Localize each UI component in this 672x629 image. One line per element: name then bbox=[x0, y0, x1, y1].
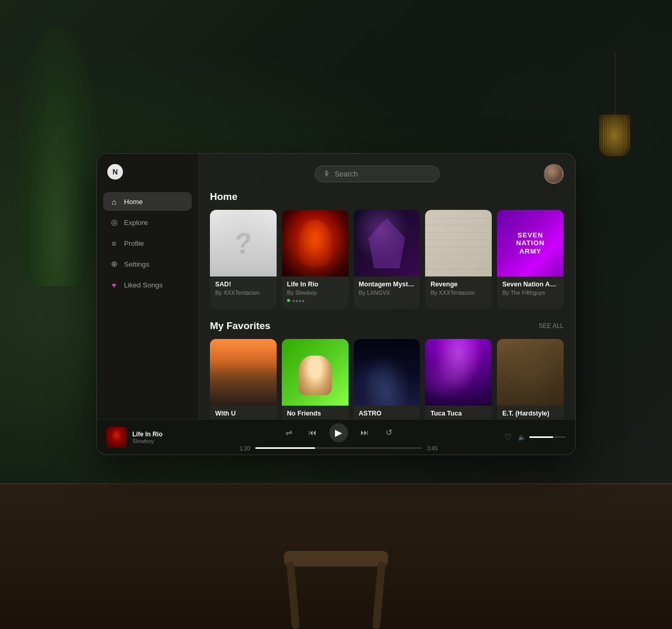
card-et[interactable]: E.T. (Hardstyle) By PHARAOH bbox=[497, 339, 564, 419]
header-row: 🎙 Search bbox=[210, 164, 564, 184]
card-title-sad: SAD! bbox=[215, 281, 271, 288]
repeat-button[interactable]: ↺ bbox=[381, 425, 396, 440]
search-icon: 🎙 bbox=[323, 170, 331, 178]
card-info-montagem: Montagem Mysterious By LXNGVX bbox=[354, 276, 420, 301]
current-time: 1:20 bbox=[240, 445, 250, 451]
sad-art-mark: ? bbox=[232, 225, 255, 261]
card-sad[interactable]: ? SAD! By XXXTentacion bbox=[210, 210, 277, 309]
tuca-inner bbox=[425, 339, 492, 406]
next-button[interactable]: ⏭ bbox=[357, 425, 372, 440]
card-art-sad: ? bbox=[210, 210, 277, 276]
card-with-u[interactable]: With U By SwuM bbox=[210, 339, 277, 419]
card-info-revenge: Revenge By XXXTentacion bbox=[425, 276, 492, 301]
card-title-revenge: Revenge bbox=[430, 281, 487, 288]
progress-fill bbox=[255, 447, 315, 449]
sidebar-item-settings[interactable]: ⊕ Settings bbox=[103, 255, 192, 273]
progress-row: 1:20 3:45 bbox=[240, 445, 438, 451]
card-seven-nation[interactable]: SEVENNATIONARMY Seven Nation Army By The… bbox=[497, 210, 564, 309]
card-montagem[interactable]: Montagem Mysterious By LXNGVX bbox=[354, 210, 420, 309]
floor bbox=[0, 483, 672, 629]
card-title-et: E.T. (Hardstyle) bbox=[502, 410, 558, 417]
revenge-papers bbox=[425, 210, 492, 276]
now-playing-title: Life In Rio bbox=[132, 431, 163, 438]
card-title-montagem: Montagem Mysterious bbox=[359, 281, 415, 288]
search-placeholder: Search bbox=[335, 170, 358, 178]
no-friends-bg bbox=[282, 339, 349, 406]
card-title-seven: Seven Nation Army bbox=[502, 281, 558, 288]
card-info-no-friends: No Friends By Cadmium bbox=[282, 406, 349, 419]
card-artist-life-rio: By Slowboy bbox=[287, 290, 343, 296]
profile-icon: ≡ bbox=[109, 238, 119, 248]
shuffle-button[interactable]: ⇌ bbox=[281, 425, 296, 440]
sidebar-item-profile[interactable]: ≡ Profile bbox=[103, 234, 192, 253]
montagem-inner bbox=[354, 210, 420, 276]
now-playing-thumbnail bbox=[106, 427, 127, 448]
sidebar-item-liked[interactable]: ♥ Liked Songs bbox=[103, 275, 192, 294]
settings-icon: ⊕ bbox=[109, 259, 119, 269]
volume-fill bbox=[529, 436, 553, 438]
app-window: N ⌂ Home ◎ Explore ≡ Profile ⊕ Settings … bbox=[96, 153, 576, 455]
sad-art-inner: ? bbox=[210, 210, 277, 276]
card-art-with-u bbox=[210, 339, 277, 406]
card-revenge[interactable]: Revenge By XXXTentacion bbox=[425, 210, 492, 309]
search-bar[interactable]: 🎙 Search bbox=[315, 166, 440, 182]
total-time: 3:45 bbox=[427, 445, 438, 451]
card-no-friends[interactable]: No Friends By Cadmium bbox=[282, 339, 349, 419]
prev-button[interactable]: ⏮ bbox=[305, 425, 320, 440]
card-artist-montagem: By LXNGVX bbox=[359, 290, 415, 296]
card-artist-seven: By The Fifthguys bbox=[502, 290, 558, 296]
astro-inner bbox=[354, 339, 420, 406]
card-info-et: E.T. (Hardstyle) By PHARAOH bbox=[497, 406, 564, 419]
fire-glow bbox=[282, 210, 349, 276]
card-artist-sad: By XXXTentacion bbox=[215, 290, 271, 296]
logo-area: N bbox=[103, 164, 192, 190]
card-tuca[interactable]: Tuca Tuca By Fyex bbox=[425, 339, 492, 419]
card-astro[interactable]: ASTRO By Slowboy bbox=[354, 339, 420, 419]
card-art-montagem bbox=[354, 210, 420, 276]
volume-icon: 🔈 bbox=[518, 433, 526, 441]
status-text: ●●●● bbox=[292, 298, 305, 304]
card-info-astro: ASTRO By Slowboy bbox=[354, 406, 420, 419]
card-art-seven: SEVENNATIONARMY bbox=[497, 210, 564, 276]
favorites-section-header: My Favorites SEE ALL bbox=[210, 320, 564, 332]
app-logo: N bbox=[107, 164, 123, 180]
floor-line bbox=[0, 483, 672, 484]
card-art-astro bbox=[354, 339, 420, 406]
like-button[interactable]: ♡ bbox=[504, 432, 512, 442]
card-title-life-rio: Life In Rio bbox=[287, 281, 343, 288]
user-avatar[interactable] bbox=[544, 164, 564, 184]
card-info-life-rio: Life In Rio By Slowboy ●●●● bbox=[282, 276, 349, 309]
home-section-title: Home bbox=[210, 191, 238, 203]
card-info-seven: Seven Nation Army By The Fifthguys bbox=[497, 276, 564, 301]
card-art-revenge bbox=[425, 210, 492, 276]
volume-section: 🔈 bbox=[518, 433, 566, 441]
play-button[interactable]: ▶ bbox=[329, 423, 348, 442]
volume-bar[interactable] bbox=[529, 436, 566, 438]
card-status-life-rio: ●●●● bbox=[287, 298, 343, 304]
card-art-life-rio bbox=[282, 210, 349, 276]
now-playing: Life In Rio Slowboy bbox=[106, 427, 195, 448]
progress-bar[interactable] bbox=[255, 447, 421, 449]
with-u-road bbox=[210, 339, 277, 406]
card-life-rio[interactable]: Life In Rio By Slowboy ●●●● bbox=[282, 210, 349, 309]
card-info-with-u: With U By SwuM bbox=[210, 406, 277, 419]
see-all-button[interactable]: SEE ALL bbox=[539, 322, 564, 330]
card-info-sad: SAD! By XXXTentacion bbox=[210, 276, 277, 301]
card-title-astro: ASTRO bbox=[359, 410, 415, 417]
player-bar: Life In Rio Slowboy ⇌ ⏮ ▶ ⏭ ↺ 1:20 3:45 … bbox=[97, 419, 575, 455]
montagem-figure bbox=[368, 218, 405, 268]
seven-text: SEVENNATIONARMY bbox=[516, 231, 545, 256]
card-art-tuca bbox=[425, 339, 492, 406]
app-main: N ⌂ Home ◎ Explore ≡ Profile ⊕ Settings … bbox=[97, 154, 575, 419]
home-section-header: Home bbox=[210, 191, 564, 203]
card-artist-revenge: By XXXTentacion bbox=[430, 290, 487, 296]
now-playing-info: Life In Rio Slowboy bbox=[132, 431, 163, 444]
sidebar-item-explore[interactable]: ◎ Explore bbox=[103, 213, 192, 232]
home-icon: ⌂ bbox=[109, 197, 119, 206]
main-content: 🎙 Search Home ? SAD! bbox=[198, 154, 575, 419]
et-inner bbox=[497, 339, 564, 406]
player-right: ♡ 🔈 bbox=[482, 432, 566, 442]
favorites-title: My Favorites bbox=[210, 320, 270, 332]
sidebar-item-home[interactable]: ⌂ Home bbox=[103, 192, 192, 211]
card-title-no-friends: No Friends bbox=[287, 410, 343, 417]
